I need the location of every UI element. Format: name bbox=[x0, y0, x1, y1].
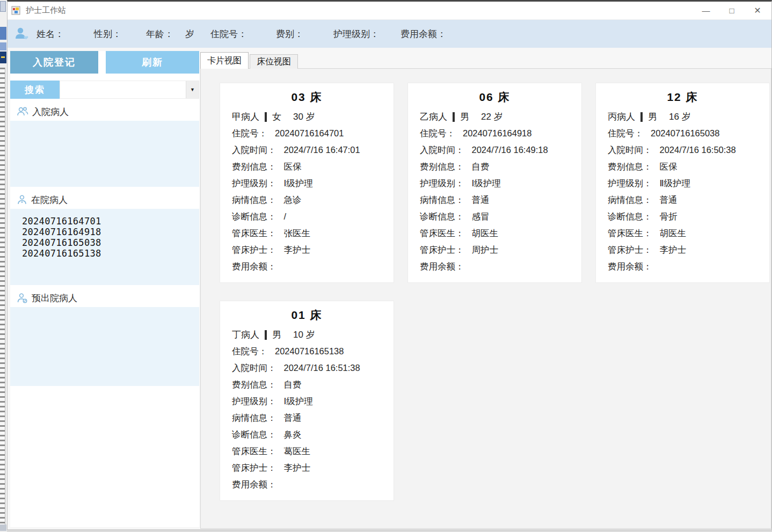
app-window: 护士工作站 — □ ✕ 姓名： 性别： 年龄： 岁 住院号： 费别： 护理级别：… bbox=[7, 0, 772, 530]
field-value: 感冒 bbox=[472, 211, 490, 223]
patient-number-item[interactable]: 20240716165038 bbox=[10, 237, 199, 248]
card-field-row: 费用余额： bbox=[408, 258, 581, 275]
gender-label: 性别： bbox=[94, 28, 121, 40]
card-field-row: 管床医生：葛医生 bbox=[220, 443, 394, 460]
field-label: 管床医生： bbox=[420, 228, 464, 239]
field-label: 住院号： bbox=[608, 128, 643, 140]
field-value: 李护士 bbox=[284, 244, 311, 256]
maximize-button[interactable]: □ bbox=[719, 2, 745, 19]
search-input[interactable] bbox=[60, 81, 186, 98]
card-field-row: 管床护士：周护士 bbox=[408, 242, 581, 258]
close-button[interactable]: ✕ bbox=[745, 2, 770, 19]
minimize-button[interactable]: — bbox=[693, 2, 719, 19]
field-label: 管床护士： bbox=[420, 244, 464, 256]
field-value: 2024/7/16 16:47:01 bbox=[284, 145, 360, 155]
tab-bed-view[interactable]: 床位视图 bbox=[250, 54, 298, 69]
inpatient-list[interactable]: 2024071616470120240716164918202407161650… bbox=[10, 209, 199, 285]
nursing-level-label: 护理级别： bbox=[333, 28, 379, 40]
field-value: 葛医生 bbox=[284, 446, 311, 457]
field-label: 管床护士： bbox=[608, 244, 652, 256]
card-field-row: 诊断信息：鼻炎 bbox=[220, 426, 394, 443]
background-fragment bbox=[0, 524, 6, 531]
card-field-row: 管床医生：胡医生 bbox=[408, 225, 581, 242]
bed-title: 03 床 bbox=[220, 90, 394, 105]
field-value: 2024/7/16 16:50:38 bbox=[660, 145, 736, 155]
bed-title: 06 床 bbox=[408, 90, 581, 105]
card-field-row: 管床护士：李护士 bbox=[220, 242, 394, 258]
field-value: 胡医生 bbox=[472, 228, 499, 239]
tabstrip: 卡片视图 床位视图 bbox=[200, 52, 771, 69]
dropdown-button[interactable]: ▼ bbox=[186, 81, 199, 98]
card-field-row: 管床护士：李护士 bbox=[596, 242, 769, 258]
field-label: 护理级别： bbox=[232, 178, 276, 190]
field-value: Ⅱ级护理 bbox=[660, 178, 691, 190]
search-button[interactable]: 搜索 bbox=[10, 81, 60, 99]
field-value: 急诊 bbox=[284, 194, 302, 206]
patient-age: 22 岁 bbox=[481, 111, 503, 123]
field-value: 普通 bbox=[472, 194, 490, 206]
field-label: 费用余额： bbox=[608, 261, 652, 273]
predischarge-patient-list[interactable] bbox=[10, 307, 199, 386]
card-field-row: 费用余额： bbox=[220, 476, 394, 493]
field-label: 诊断信息： bbox=[608, 211, 652, 223]
field-value: 鼻炎 bbox=[284, 429, 302, 441]
field-label: 住院号： bbox=[420, 128, 455, 140]
field-value: 普通 bbox=[660, 194, 678, 206]
patient-name-line: 丁病人 男 10 岁 bbox=[220, 326, 394, 343]
patient-card: 03 床 甲病人 女 30 岁 住院号：20240716164701入院时间：2… bbox=[220, 83, 394, 283]
patient-number-item[interactable]: 20240716164918 bbox=[10, 227, 199, 237]
field-label: 费用余额： bbox=[232, 261, 276, 273]
patient-number-item[interactable]: 20240716165138 bbox=[10, 248, 199, 259]
field-value: 20240716165138 bbox=[275, 346, 344, 356]
field-value: 医保 bbox=[284, 161, 302, 173]
background-window-strip bbox=[0, 0, 7, 532]
field-value: 李护士 bbox=[660, 244, 687, 256]
refresh-button[interactable]: 刷新 bbox=[106, 51, 199, 74]
patient-gender: 男 bbox=[272, 329, 281, 341]
field-label: 诊断信息： bbox=[420, 211, 464, 223]
field-label: 病情信息： bbox=[232, 412, 276, 424]
patient-card: 06 床 乙病人 男 22 岁 住院号：20240716164918入院时间：2… bbox=[407, 83, 582, 283]
fee-type-label: 费别： bbox=[276, 28, 303, 40]
card-field-row: 住院号：20240716164918 bbox=[408, 125, 581, 142]
name-gender-divider bbox=[265, 112, 267, 122]
field-value: 骨折 bbox=[660, 211, 678, 223]
field-label: 病情信息： bbox=[232, 194, 276, 206]
field-value: Ⅰ级护理 bbox=[472, 178, 501, 190]
field-value: Ⅰ级护理 bbox=[284, 396, 313, 407]
field-label: 入院时间： bbox=[232, 362, 276, 374]
patient-name: 丙病人 bbox=[608, 111, 635, 123]
card-field-row: 费用余额： bbox=[220, 258, 394, 275]
field-label: 费别信息： bbox=[420, 161, 464, 173]
patient-name-line: 丙病人 男 16 岁 bbox=[596, 108, 769, 125]
field-value: 自费 bbox=[472, 161, 490, 173]
field-label: 入院时间： bbox=[232, 144, 276, 156]
app-window-icon bbox=[11, 6, 21, 16]
bed-title: 01 床 bbox=[220, 308, 394, 323]
card-field-row: 住院号：20240716165138 bbox=[220, 343, 394, 360]
field-label: 管床医生： bbox=[232, 446, 276, 457]
field-value: 胡医生 bbox=[660, 228, 687, 239]
tab-card-view[interactable]: 卡片视图 bbox=[200, 52, 249, 69]
card-rows: 住院号：20240716165038入院时间：2024/7/16 16:50:3… bbox=[596, 125, 769, 275]
field-value: / bbox=[284, 212, 287, 222]
background-fragment bbox=[0, 27, 6, 40]
field-label: 管床护士： bbox=[232, 244, 276, 256]
admission-register-button[interactable]: 入院登记 bbox=[10, 51, 98, 74]
card-field-row: 费别信息：自费 bbox=[408, 158, 581, 175]
admitted-patient-list[interactable] bbox=[10, 121, 199, 187]
patient-number-item[interactable]: 20240716164701 bbox=[10, 216, 199, 227]
card-field-row: 病情信息：急诊 bbox=[220, 192, 394, 208]
field-label: 病情信息： bbox=[420, 194, 464, 206]
section-title: 在院病人 bbox=[31, 194, 68, 206]
patient-age: 30 岁 bbox=[293, 111, 315, 123]
card-field-row: 费别信息：医保 bbox=[220, 158, 394, 175]
card-view-panel: 03 床 甲病人 女 30 岁 住院号：20240716164701入院时间：2… bbox=[200, 68, 771, 529]
patient-gender: 男 bbox=[648, 111, 657, 123]
card-rows: 住院号：20240716164701入院时间：2024/7/16 16:47:0… bbox=[220, 125, 394, 275]
titlebar: 护士工作站 — □ ✕ bbox=[8, 2, 771, 20]
search-combobox[interactable]: ▼ bbox=[60, 81, 199, 99]
patient-info-bar: 姓名： 性别： 年龄： 岁 住院号： 费别： 护理级别： 费用余额： bbox=[8, 20, 771, 48]
field-label: 管床护士： bbox=[232, 462, 276, 474]
card-field-row: 护理级别：Ⅱ级护理 bbox=[596, 175, 769, 192]
